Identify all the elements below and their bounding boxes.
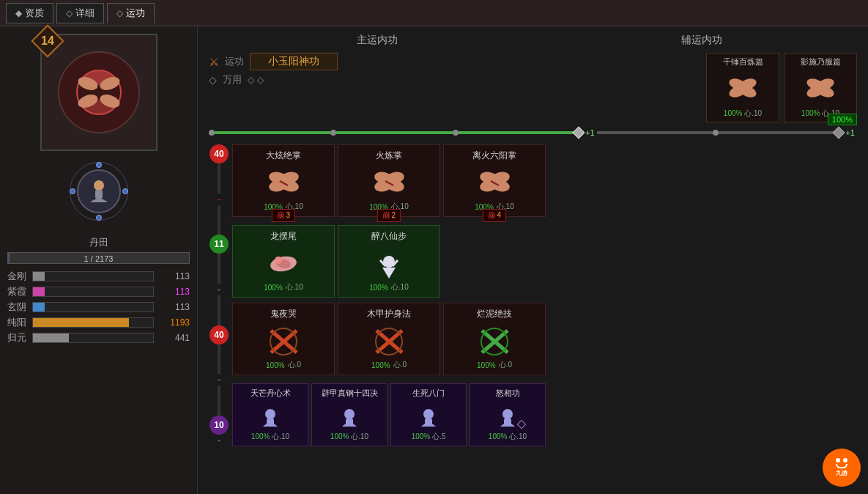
skill-card-zuiba-name: 醉八仙步 — [371, 230, 407, 243]
tab-xiangxi[interactable]: ◇ 详细 — [56, 3, 104, 23]
guiye-percent: 100% — [266, 361, 285, 369]
tab-zizhi-label: 资质 — [25, 7, 44, 20]
svg-point-0 — [59, 52, 139, 133]
shengsi-name: 生死八门 — [412, 388, 445, 399]
svg-point-33 — [275, 257, 282, 264]
wanyong-label: 万用 — [223, 73, 242, 86]
skill-config-row: ⚔ 运功 小玉阳神功 ◇ 万用 ◇ ◇ 千锤百炼篇 — [209, 53, 857, 122]
wanyong-diamonds: ◇ ◇ — [248, 75, 264, 85]
beng-num-0: 3 — [286, 211, 291, 219]
indicator-bar-5 — [218, 344, 220, 375]
skill-card-guiye-stats: 100% 心.0 — [266, 360, 301, 370]
avatar-frame: 14 — [40, 34, 157, 151]
skill-card-nuxiang[interactable]: 怒相功 100% 心.10 — [470, 383, 546, 446]
side-indicators-col: 40 - 11 - 40 - 10 - — [209, 144, 229, 446]
main-skill-header: 主运内功 — [209, 34, 546, 47]
stat-row-zi: 紫霞 113 — [7, 285, 190, 298]
stat-name-xuan: 玄阴 — [7, 301, 29, 314]
dantian-label: 丹田 — [7, 236, 190, 249]
main-layout: 14 — [0, 26, 868, 494]
stat-name-chun: 纯阳 — [7, 316, 29, 329]
yungong-select-row: ⚔ 运功 小玉阳神功 — [209, 53, 546, 70]
skill-card-zuiba[interactable]: 醉八仙步 100% 心.10 — [338, 225, 440, 298]
yungong-icon: ⚔ — [209, 55, 219, 69]
avatar-icon — [55, 48, 143, 136]
wanyong-diamond-icon: ◇ — [209, 74, 217, 86]
skill-card-lihuo[interactable]: 离火六阳掌 100% 心.10 崩 — [443, 144, 546, 217]
skill-card-lanni-img — [475, 323, 515, 360]
stat-fill-chun — [33, 318, 129, 327]
skill-row-1: 大炫绝掌 100% 心.10 崩 — [232, 144, 857, 217]
right-content: 主运内功 辅运内功 ⚔ 运功 小玉阳神功 ◇ 万用 ◇ ◇ — [198, 26, 868, 494]
indicator-40-bottom: 40 — [209, 325, 229, 344]
orbit-dot-right — [122, 188, 128, 194]
skill-card-bijia[interactable]: 辟甲真钢十四决 100% 心.10 — [311, 383, 387, 446]
aux-card-1[interactable]: 影施乃服篇 100% 心.10 — [784, 53, 857, 122]
track-diamond-active — [573, 127, 585, 139]
stat-bar-gui — [32, 333, 154, 343]
bijia-name: 辟甲真钢十四决 — [322, 388, 378, 399]
stat-fill-zi — [33, 287, 45, 296]
svg-rect-47 — [346, 419, 353, 426]
skill-card-mujia[interactable]: 木甲护身法 100% 心.0 — [338, 303, 440, 375]
skill-name-display[interactable]: 小玉阳神功 — [250, 53, 338, 70]
skill-card-tianmang[interactable]: 天芒丹心术 100% 心.10 — [232, 383, 308, 446]
track-plus1-right: +1 — [845, 128, 855, 137]
svg-rect-51 — [504, 419, 511, 426]
track-fill-mid — [336, 131, 452, 134]
skill-card-lanni-stats: 100% 心.0 — [477, 360, 512, 370]
skill-card-lanni-name: 烂泥绝技 — [477, 308, 512, 320]
aux-card-0-img — [724, 70, 761, 106]
aux-card-0-heart: 心.10 — [744, 109, 762, 117]
jiuyou-eyes — [836, 458, 847, 462]
aux-card-0[interactable]: 千锤百炼篇 100% 心.10 — [706, 53, 779, 122]
orbit-dot-top — [96, 162, 102, 168]
char-icon — [84, 177, 114, 206]
skill-card-longbai[interactable]: 龙摆尾 100% 心.10 — [232, 225, 335, 298]
dantian-bar: 1 / 2173 — [7, 252, 190, 264]
skill-card-daxuan-img — [264, 165, 304, 202]
beng-label-2: 崩 — [488, 211, 495, 219]
svg-point-46 — [344, 409, 355, 419]
tab-yungong[interactable]: ◇ 运功 — [107, 3, 155, 23]
jiuyou-eye-left — [836, 458, 840, 462]
stat-fill-gui — [33, 333, 69, 342]
aux-card-0-stats: 100% 心.10 — [724, 108, 762, 119]
svg-point-44 — [265, 409, 275, 419]
skill-card-lanni[interactable]: 烂泥绝技 100% 心.0 — [443, 303, 546, 375]
jiuyou-eye-right — [843, 458, 847, 462]
skill-row-2: 龙摆尾 100% 心.10 醉八仙步 — [232, 225, 857, 298]
svg-rect-52 — [517, 420, 525, 428]
skill-card-shengsi[interactable]: 生死八门 100% 心.5 — [390, 383, 467, 446]
tianmang-heart: 心.10 — [272, 432, 289, 440]
wanyong-select-row: ◇ 万用 ◇ ◇ — [209, 73, 546, 86]
shengsi-percent: 100% — [412, 432, 431, 440]
track-dot-mid2 — [453, 130, 459, 136]
indicator-40-top: 40 — [209, 144, 229, 163]
skill-card-huolian[interactable]: 火炼掌 100% 心.10 崩 — [338, 144, 440, 217]
indicator-bar-1 — [218, 163, 220, 193]
jiuyou-logo: 九游 — [823, 449, 861, 487]
track-diamond-right — [833, 127, 845, 139]
tianmang-stats: 100% 心.10 — [251, 432, 289, 442]
aux-card-1-name: 影施乃服篇 — [801, 56, 841, 67]
nuxiang-percent: 100% — [489, 432, 508, 440]
aux-card-0-name: 千锤百炼篇 — [723, 56, 763, 67]
skill-selectors: ⚔ 运功 小玉阳神功 ◇ 万用 ◇ ◇ — [209, 53, 546, 122]
indicator-minus-4: - — [218, 435, 221, 446]
skill-card-daxuan[interactable]: 大炫绝掌 100% 心.10 崩 — [232, 144, 335, 217]
skill-card-guiye[interactable]: 鬼夜哭 100% 心.0 — [232, 303, 335, 375]
bijia-percent: 100% — [330, 432, 349, 440]
nuxiang-heart: 心.10 — [509, 432, 527, 440]
diamond2: ◇ — [257, 75, 264, 85]
dantian-value: 1 / 2173 — [8, 253, 189, 265]
portrait-circle — [77, 169, 121, 213]
left-panel: 14 — [0, 26, 198, 494]
track-fill-end — [719, 131, 834, 134]
track-plus1-left: +1 — [585, 128, 595, 137]
zuiba-percent: 100% — [369, 284, 388, 292]
tab-zizhi[interactable]: ◆ 资质 — [6, 3, 53, 23]
indicator-minus-1: - — [218, 193, 221, 205]
svg-rect-45 — [267, 419, 274, 426]
aux-card-0-percent: 100% — [724, 109, 743, 117]
